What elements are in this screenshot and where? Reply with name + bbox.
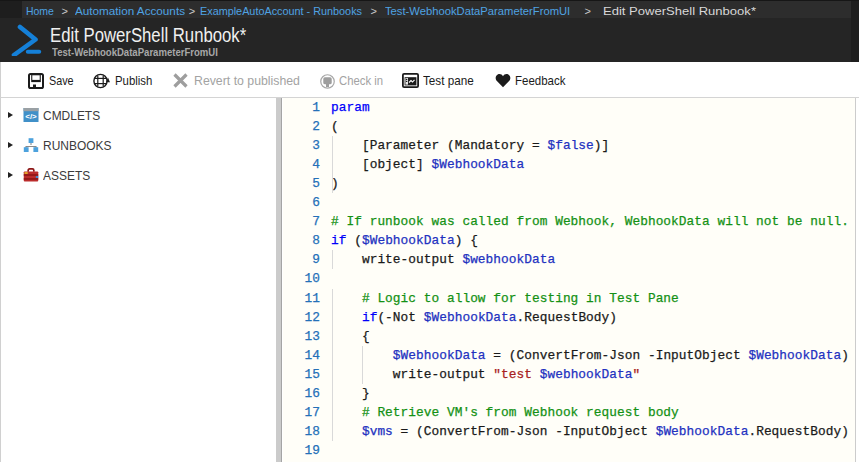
svg-text:</>: </>: [25, 112, 37, 121]
